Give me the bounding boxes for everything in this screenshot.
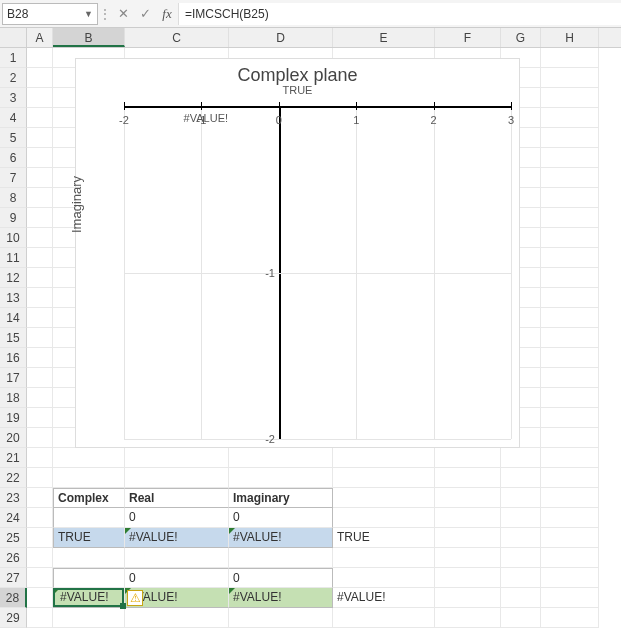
- cell[interactable]: [541, 368, 599, 388]
- chart[interactable]: Complex plane TRUE Imaginary: [75, 58, 520, 448]
- cell-D25[interactable]: #VALUE!: [229, 528, 333, 548]
- cell[interactable]: [125, 448, 229, 468]
- cell[interactable]: [27, 568, 53, 588]
- cell[interactable]: [27, 148, 53, 168]
- cell[interactable]: [541, 188, 599, 208]
- cell[interactable]: [541, 328, 599, 348]
- cell-D24[interactable]: 0: [229, 508, 333, 528]
- cell[interactable]: [541, 228, 599, 248]
- cell[interactable]: [53, 548, 125, 568]
- cell[interactable]: [27, 548, 53, 568]
- cell[interactable]: [541, 48, 599, 68]
- chevron-down-icon[interactable]: ▼: [84, 9, 93, 19]
- cell[interactable]: [501, 568, 541, 588]
- cell[interactable]: [27, 608, 53, 628]
- cell[interactable]: [27, 288, 53, 308]
- cell[interactable]: [435, 608, 501, 628]
- cell[interactable]: [27, 168, 53, 188]
- row-header-27[interactable]: 27: [0, 568, 27, 588]
- cell[interactable]: [501, 508, 541, 528]
- cell[interactable]: [27, 508, 53, 528]
- cell[interactable]: [27, 448, 53, 468]
- col-header-D[interactable]: D: [229, 28, 333, 47]
- row-header-1[interactable]: 1: [0, 48, 27, 68]
- warning-icon[interactable]: ⚠: [127, 590, 143, 606]
- spreadsheet-grid[interactable]: A B C D E F G H 123456789101112131415161…: [0, 28, 621, 48]
- row-header-2[interactable]: 2: [0, 68, 27, 88]
- cell[interactable]: [27, 368, 53, 388]
- col-header-F[interactable]: F: [435, 28, 501, 47]
- row-header-22[interactable]: 22: [0, 468, 27, 488]
- cell[interactable]: [27, 488, 53, 508]
- cell[interactable]: [27, 228, 53, 248]
- cell[interactable]: [501, 528, 541, 548]
- cell[interactable]: [125, 548, 229, 568]
- table-header-imaginary[interactable]: Imaginary: [229, 488, 333, 508]
- row-header-20[interactable]: 20: [0, 428, 27, 448]
- row-header-15[interactable]: 15: [0, 328, 27, 348]
- row-header-29[interactable]: 29: [0, 608, 27, 628]
- cell[interactable]: [435, 488, 501, 508]
- cell[interactable]: [125, 468, 229, 488]
- cell[interactable]: [27, 308, 53, 328]
- cell[interactable]: [53, 448, 125, 468]
- cell[interactable]: [541, 108, 599, 128]
- cell[interactable]: [333, 468, 435, 488]
- row-header-8[interactable]: 8: [0, 188, 27, 208]
- cell[interactable]: [333, 568, 435, 588]
- cell-E28[interactable]: #VALUE!: [333, 588, 435, 608]
- cell[interactable]: [501, 608, 541, 628]
- cell[interactable]: [541, 168, 599, 188]
- cell-C27[interactable]: 0: [125, 568, 229, 588]
- cell[interactable]: [229, 608, 333, 628]
- cell[interactable]: [27, 208, 53, 228]
- cell[interactable]: [27, 388, 53, 408]
- col-header-A[interactable]: A: [27, 28, 53, 47]
- row-header-19[interactable]: 19: [0, 408, 27, 428]
- col-header-B[interactable]: B: [53, 28, 125, 47]
- row-header-16[interactable]: 16: [0, 348, 27, 368]
- cell[interactable]: [541, 288, 599, 308]
- cells[interactable]: Complex Real Imaginary 0 0 TRUE #VALUE! …: [27, 48, 599, 628]
- row-header-6[interactable]: 6: [0, 148, 27, 168]
- cell[interactable]: [541, 588, 599, 608]
- cell[interactable]: [541, 488, 599, 508]
- cell[interactable]: [53, 608, 125, 628]
- cell[interactable]: [435, 588, 501, 608]
- table-header-complex[interactable]: Complex: [53, 488, 125, 508]
- row-header-14[interactable]: 14: [0, 308, 27, 328]
- cell[interactable]: [27, 248, 53, 268]
- cell[interactable]: [541, 128, 599, 148]
- cell[interactable]: [541, 208, 599, 228]
- row-header-21[interactable]: 21: [0, 448, 27, 468]
- cell[interactable]: [541, 148, 599, 168]
- row-header-28[interactable]: 28: [0, 588, 27, 608]
- cell-D28[interactable]: #VALUE!: [229, 588, 333, 608]
- cell[interactable]: [229, 468, 333, 488]
- cell[interactable]: [27, 88, 53, 108]
- row-header-4[interactable]: 4: [0, 108, 27, 128]
- cell[interactable]: [53, 468, 125, 488]
- cell-C25[interactable]: #VALUE!: [125, 528, 229, 548]
- cell[interactable]: [333, 508, 435, 528]
- cell[interactable]: [541, 608, 599, 628]
- table-header-real[interactable]: Real: [125, 488, 229, 508]
- cell[interactable]: [333, 608, 435, 628]
- cell[interactable]: [27, 128, 53, 148]
- cell[interactable]: [501, 468, 541, 488]
- cell[interactable]: [541, 348, 599, 368]
- cell[interactable]: [541, 308, 599, 328]
- cell[interactable]: [27, 188, 53, 208]
- col-header-H[interactable]: H: [541, 28, 599, 47]
- cell[interactable]: [27, 108, 53, 128]
- cell[interactable]: [435, 528, 501, 548]
- cell[interactable]: [229, 548, 333, 568]
- cell[interactable]: [27, 408, 53, 428]
- col-header-G[interactable]: G: [501, 28, 541, 47]
- cell[interactable]: [541, 408, 599, 428]
- cell[interactable]: [27, 68, 53, 88]
- cell[interactable]: [501, 548, 541, 568]
- cell[interactable]: [27, 268, 53, 288]
- cell[interactable]: [541, 568, 599, 588]
- cell-E25[interactable]: TRUE: [333, 528, 435, 548]
